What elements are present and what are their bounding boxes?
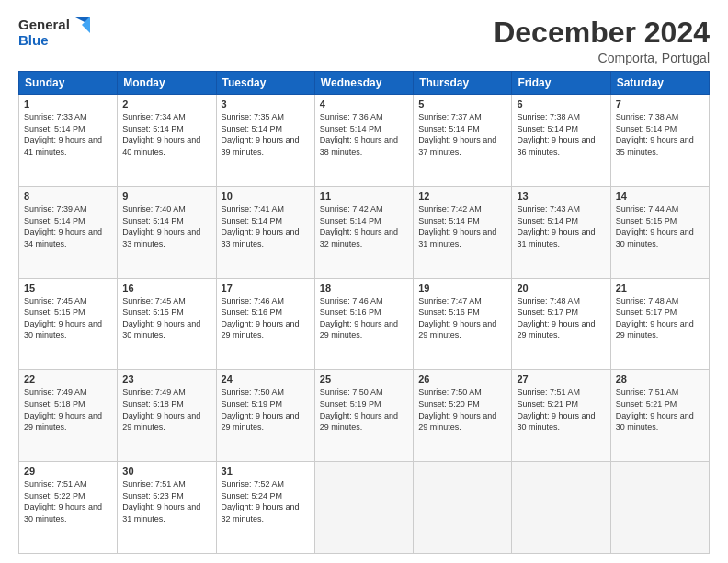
day-number: 18 [320,282,408,293]
table-cell: 13 Sunrise: 7:43 AM Sunset: 5:14 PM Dayl… [512,186,610,278]
table-cell: 29 Sunrise: 7:51 AM Sunset: 5:22 PM Dayl… [19,462,118,554]
title-block: December 2024 Comporta, Portugal [494,17,710,65]
table-cell: 31 Sunrise: 7:52 AM Sunset: 5:24 PM Dayl… [216,462,314,554]
location: Comporta, Portugal [494,51,710,65]
day-info: Sunrise: 7:37 AM Sunset: 5:14 PM Dayligh… [418,111,506,157]
logo: General Blue [18,17,90,49]
day-info: Sunrise: 7:43 AM Sunset: 5:14 PM Dayligh… [517,203,605,249]
table-cell: 9 Sunrise: 7:40 AM Sunset: 5:14 PM Dayli… [118,186,216,278]
table-cell: 10 Sunrise: 7:41 AM Sunset: 5:14 PM Dayl… [216,186,314,278]
day-info: Sunrise: 7:47 AM Sunset: 5:16 PM Dayligh… [418,295,506,341]
day-info: Sunrise: 7:44 AM Sunset: 5:15 PM Dayligh… [616,203,704,249]
day-number: 5 [418,98,506,109]
table-cell [414,462,512,554]
day-number: 20 [517,282,605,293]
day-number: 9 [122,190,210,201]
day-info: Sunrise: 7:46 AM Sunset: 5:16 PM Dayligh… [320,295,408,341]
table-cell: 17 Sunrise: 7:46 AM Sunset: 5:16 PM Dayl… [216,278,314,370]
calendar-week-5: 29 Sunrise: 7:51 AM Sunset: 5:22 PM Dayl… [19,462,710,554]
day-number: 24 [222,373,310,385]
table-cell: 27 Sunrise: 7:51 AM Sunset: 5:21 PM Dayl… [512,370,610,462]
day-number: 15 [24,282,112,293]
table-cell: 28 Sunrise: 7:51 AM Sunset: 5:21 PM Dayl… [610,370,709,462]
day-number: 27 [517,373,605,385]
day-info: Sunrise: 7:49 AM Sunset: 5:18 PM Dayligh… [24,386,112,432]
day-info: Sunrise: 7:51 AM Sunset: 5:21 PM Dayligh… [616,386,704,432]
day-number: 28 [616,373,704,385]
day-number: 3 [222,98,310,109]
col-thursday: Thursday [414,72,512,95]
table-cell [512,462,610,554]
table-cell: 11 Sunrise: 7:42 AM Sunset: 5:14 PM Dayl… [314,186,413,278]
month-title: December 2024 [494,17,710,49]
day-number: 13 [517,190,605,201]
day-info: Sunrise: 7:48 AM Sunset: 5:17 PM Dayligh… [517,295,605,341]
col-sunday: Sunday [19,72,118,95]
table-cell: 23 Sunrise: 7:49 AM Sunset: 5:18 PM Dayl… [118,370,216,462]
day-info: Sunrise: 7:41 AM Sunset: 5:14 PM Dayligh… [222,203,310,249]
table-cell: 5 Sunrise: 7:37 AM Sunset: 5:14 PM Dayli… [414,95,512,187]
table-cell: 7 Sunrise: 7:38 AM Sunset: 5:14 PM Dayli… [610,95,709,187]
col-friday: Friday [512,72,610,95]
day-info: Sunrise: 7:40 AM Sunset: 5:14 PM Dayligh… [122,203,210,249]
day-info: Sunrise: 7:38 AM Sunset: 5:14 PM Dayligh… [517,111,605,157]
day-number: 22 [24,373,112,385]
header: General Blue December 2024 Comporta, Por… [18,17,710,65]
table-cell: 20 Sunrise: 7:48 AM Sunset: 5:17 PM Dayl… [512,278,610,370]
calendar-week-1: 1 Sunrise: 7:33 AM Sunset: 5:14 PM Dayli… [19,95,710,187]
table-cell: 26 Sunrise: 7:50 AM Sunset: 5:20 PM Dayl… [414,370,512,462]
day-number: 14 [616,190,704,201]
day-info: Sunrise: 7:51 AM Sunset: 5:21 PM Dayligh… [517,386,605,432]
table-cell: 12 Sunrise: 7:42 AM Sunset: 5:14 PM Dayl… [414,186,512,278]
day-number: 19 [418,282,506,293]
day-info: Sunrise: 7:33 AM Sunset: 5:14 PM Dayligh… [24,111,112,157]
table-cell: 18 Sunrise: 7:46 AM Sunset: 5:16 PM Dayl… [314,278,413,370]
day-number: 12 [418,190,506,201]
day-info: Sunrise: 7:48 AM Sunset: 5:17 PM Dayligh… [616,295,704,341]
day-info: Sunrise: 7:50 AM Sunset: 5:19 PM Dayligh… [222,386,310,432]
day-number: 26 [418,373,506,385]
table-cell: 3 Sunrise: 7:35 AM Sunset: 5:14 PM Dayli… [216,95,314,187]
table-cell: 2 Sunrise: 7:34 AM Sunset: 5:14 PM Dayli… [118,95,216,187]
table-cell: 4 Sunrise: 7:36 AM Sunset: 5:14 PM Dayli… [314,95,413,187]
day-number: 16 [122,282,210,293]
table-cell: 15 Sunrise: 7:45 AM Sunset: 5:15 PM Dayl… [19,278,118,370]
calendar: Sunday Monday Tuesday Wednesday Thursday… [18,71,710,554]
day-number: 6 [517,98,605,109]
table-cell: 21 Sunrise: 7:48 AM Sunset: 5:17 PM Dayl… [610,278,709,370]
day-number: 11 [320,190,408,201]
col-tuesday: Tuesday [216,72,314,95]
calendar-week-4: 22 Sunrise: 7:49 AM Sunset: 5:18 PM Dayl… [19,370,710,462]
table-cell: 19 Sunrise: 7:47 AM Sunset: 5:16 PM Dayl… [414,278,512,370]
col-wednesday: Wednesday [314,72,413,95]
calendar-week-2: 8 Sunrise: 7:39 AM Sunset: 5:14 PM Dayli… [19,186,710,278]
day-info: Sunrise: 7:45 AM Sunset: 5:15 PM Dayligh… [122,295,210,341]
day-info: Sunrise: 7:52 AM Sunset: 5:24 PM Dayligh… [222,478,310,524]
calendar-week-3: 15 Sunrise: 7:45 AM Sunset: 5:15 PM Dayl… [19,278,710,370]
table-cell: 6 Sunrise: 7:38 AM Sunset: 5:14 PM Dayli… [512,95,610,187]
day-number: 7 [616,98,704,109]
table-cell: 25 Sunrise: 7:50 AM Sunset: 5:19 PM Dayl… [314,370,413,462]
day-number: 21 [616,282,704,293]
day-info: Sunrise: 7:36 AM Sunset: 5:14 PM Dayligh… [320,111,408,157]
table-cell: 8 Sunrise: 7:39 AM Sunset: 5:14 PM Dayli… [19,186,118,278]
table-cell [314,462,413,554]
day-info: Sunrise: 7:50 AM Sunset: 5:19 PM Dayligh… [320,386,408,432]
table-cell: 30 Sunrise: 7:51 AM Sunset: 5:23 PM Dayl… [118,462,216,554]
day-number: 29 [24,465,112,477]
day-info: Sunrise: 7:50 AM Sunset: 5:20 PM Dayligh… [418,386,506,432]
day-info: Sunrise: 7:49 AM Sunset: 5:18 PM Dayligh… [122,386,210,432]
day-info: Sunrise: 7:45 AM Sunset: 5:15 PM Dayligh… [24,295,112,341]
day-info: Sunrise: 7:34 AM Sunset: 5:14 PM Dayligh… [122,111,210,157]
day-number: 17 [222,282,310,293]
day-number: 4 [320,98,408,109]
table-cell: 22 Sunrise: 7:49 AM Sunset: 5:18 PM Dayl… [19,370,118,462]
page: General Blue December 2024 Comporta, Por… [0,0,728,563]
day-info: Sunrise: 7:42 AM Sunset: 5:14 PM Dayligh… [320,203,408,249]
day-info: Sunrise: 7:51 AM Sunset: 5:23 PM Dayligh… [122,478,210,524]
day-number: 2 [122,98,210,109]
day-info: Sunrise: 7:46 AM Sunset: 5:16 PM Dayligh… [222,295,310,341]
table-cell: 24 Sunrise: 7:50 AM Sunset: 5:19 PM Dayl… [216,370,314,462]
day-info: Sunrise: 7:39 AM Sunset: 5:14 PM Dayligh… [24,203,112,249]
calendar-header-row: Sunday Monday Tuesday Wednesday Thursday… [19,72,710,95]
